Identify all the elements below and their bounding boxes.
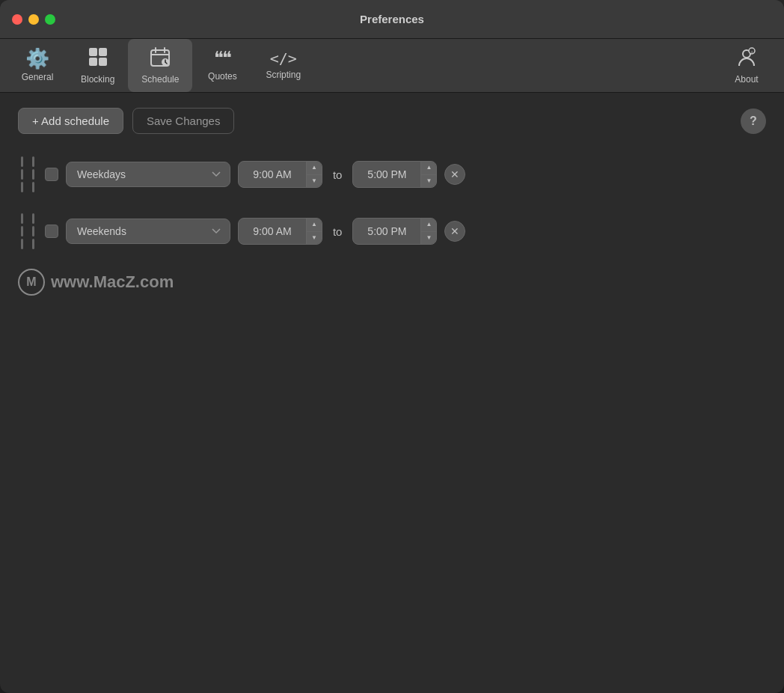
start-time-input-2[interactable]: ▲ ▼ <box>238 218 322 245</box>
main-content: + Add schedule Save Changes ? Weekdays W… <box>0 93 784 693</box>
day-select[interactable]: Weekdays Weekends Every Day Monday Tuesd… <box>66 162 230 187</box>
titlebar: Preferences <box>0 0 784 39</box>
to-label-2: to <box>330 225 346 238</box>
window-title: Preferences <box>360 13 424 25</box>
start-time-increment-2[interactable]: ▲ <box>307 219 322 232</box>
start-time-increment[interactable]: ▲ <box>307 162 322 175</box>
end-time-increment[interactable]: ▲ <box>421 162 436 175</box>
end-time-stepper: ▲ ▼ <box>420 162 436 187</box>
start-time-field-2[interactable] <box>239 225 306 237</box>
preferences-window: Preferences ⚙️ General Blocking <box>0 0 784 693</box>
watermark: M www.MacZ.com <box>18 269 766 296</box>
start-time-field[interactable] <box>239 168 306 180</box>
day-select[interactable]: Weekdays Weekends Every Day Monday Tuesd… <box>66 219 230 244</box>
about-icon: i <box>736 46 757 70</box>
drag-handle[interactable] <box>18 156 37 192</box>
scripting-icon: </> <box>270 51 297 66</box>
toolbar-item-quotes[interactable]: ❝❝ Quotes <box>192 39 252 92</box>
end-time-increment-2[interactable]: ▲ <box>421 219 436 232</box>
start-time-stepper-2: ▲ ▼ <box>306 219 322 244</box>
toolbar-label-general: General <box>22 72 54 82</box>
toolbar-item-schedule[interactable]: Schedule <box>128 39 192 92</box>
start-time-decrement[interactable]: ▼ <box>307 175 322 188</box>
save-changes-button[interactable]: Save Changes <box>132 108 234 134</box>
macz-logo: M <box>18 269 45 296</box>
end-time-decrement[interactable]: ▼ <box>421 175 436 188</box>
svg-rect-2 <box>89 58 97 66</box>
svg-rect-0 <box>89 48 97 56</box>
end-time-input[interactable]: ▲ ▼ <box>352 161 437 188</box>
toolbar-label-about: About <box>735 74 758 85</box>
schedule-icon <box>150 46 171 70</box>
end-time-stepper-2: ▲ ▼ <box>420 219 436 244</box>
remove-schedule-button-2[interactable]: ✕ <box>444 221 465 242</box>
toolbar-item-scripting[interactable]: </> Scripting <box>252 39 314 92</box>
start-time-decrement-2[interactable]: ▼ <box>307 232 322 245</box>
end-time-input-2[interactable]: ▲ ▼ <box>352 218 437 245</box>
traffic-lights <box>12 14 55 25</box>
add-schedule-button[interactable]: + Add schedule <box>18 108 123 134</box>
remove-schedule-button[interactable]: ✕ <box>444 164 465 185</box>
maximize-button[interactable] <box>45 14 55 25</box>
to-label-1: to <box>330 168 346 181</box>
toolbar: ⚙️ General Blocking <box>0 39 784 93</box>
toolbar-item-general[interactable]: ⚙️ General <box>7 39 67 92</box>
schedule-checkbox[interactable] <box>45 225 58 238</box>
toolbar-label-schedule: Schedule <box>141 74 179 85</box>
svg-rect-1 <box>99 48 107 56</box>
svg-text:M: M <box>26 275 36 288</box>
toolbar-label-blocking: Blocking <box>81 74 114 85</box>
start-time-stepper: ▲ ▼ <box>306 162 322 187</box>
toolbar-item-blocking[interactable]: Blocking <box>67 39 128 92</box>
quotes-icon: ❝❝ <box>214 49 230 67</box>
close-button[interactable] <box>12 14 22 25</box>
drag-handle[interactable] <box>18 213 37 249</box>
schedule-row: Weekdays Weekends Every Day Monday Tuesd… <box>18 152 766 197</box>
svg-rect-3 <box>99 58 107 66</box>
toolbar-label-quotes: Quotes <box>208 71 237 82</box>
end-time-field-2[interactable] <box>353 225 420 237</box>
end-time-field[interactable] <box>353 168 420 180</box>
toolbar-item-about[interactable]: i About <box>717 39 777 92</box>
action-bar: + Add schedule Save Changes ? <box>18 108 766 134</box>
help-button[interactable]: ? <box>741 109 766 134</box>
blocking-icon <box>88 46 108 70</box>
end-time-decrement-2[interactable]: ▼ <box>421 232 436 245</box>
start-time-input[interactable]: ▲ ▼ <box>238 161 322 188</box>
watermark-text: www.MacZ.com <box>51 272 174 292</box>
gear-icon: ⚙️ <box>25 49 49 68</box>
toolbar-label-scripting: Scripting <box>266 70 301 80</box>
schedule-row: Weekdays Weekends Every Day Monday Tuesd… <box>18 209 766 254</box>
toolbar-spacer <box>314 39 717 92</box>
minimize-button[interactable] <box>28 14 39 25</box>
schedule-checkbox[interactable] <box>45 168 58 181</box>
